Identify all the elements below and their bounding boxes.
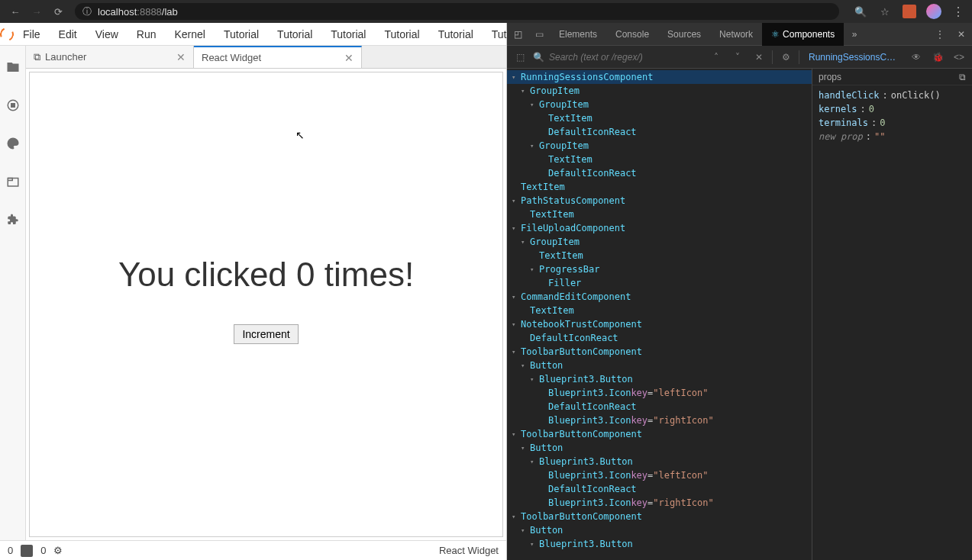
tab-close-icon[interactable]: ✕ (176, 51, 186, 63)
tree-row[interactable]: ▾Button (507, 523, 812, 537)
folder-icon[interactable] (5, 60, 21, 75)
disclosure-arrow-icon[interactable]: ▾ (512, 70, 519, 84)
menu-file-0[interactable]: File (14, 23, 50, 46)
source-icon[interactable]: <> (951, 49, 967, 66)
tree-row[interactable]: ▾Button (507, 359, 812, 372)
disclosure-arrow-icon[interactable]: ▾ (512, 194, 519, 208)
menu-view-2[interactable]: View (86, 23, 128, 46)
devtools-close-icon[interactable]: ✕ (951, 23, 972, 46)
tree-row[interactable]: ▾RunningSessionsComponent (507, 70, 812, 84)
disclosure-arrow-icon[interactable]: ▾ (521, 359, 528, 372)
disclosure-arrow-icon[interactable]: ▾ (512, 290, 519, 304)
tree-row[interactable]: Blueprint3.Icon key="rightIcon" (507, 496, 812, 510)
eye-icon[interactable]: 👁 (908, 49, 925, 66)
tree-row[interactable]: DefaultIconReact (507, 482, 812, 496)
tree-row[interactable]: ▾NotebookTrustComponent (507, 317, 812, 331)
jupyter-logo[interactable] (0, 23, 14, 46)
tree-row[interactable]: ▾PathStatusComponent (507, 194, 812, 208)
disclosure-arrow-icon[interactable]: ▾ (530, 98, 538, 111)
tree-row[interactable]: ▾GroupItem (507, 84, 812, 98)
disclosure-arrow-icon[interactable]: ▾ (521, 84, 528, 98)
menu-edit-1[interactable]: Edit (50, 23, 86, 46)
tree-row[interactable]: Filler (507, 276, 812, 290)
devtools-tab-console[interactable]: Console (606, 23, 658, 46)
tree-row[interactable]: ▾GroupItem (507, 235, 812, 249)
devtools-tab-sources[interactable]: Sources (658, 23, 710, 46)
menu-run-3[interactable]: Run (128, 23, 166, 46)
search-down-icon[interactable]: ˅ (729, 49, 746, 66)
menu-tutorial-9[interactable]: Tutorial (429, 23, 483, 46)
tree-row[interactable]: ▾FileUploadComponent (507, 221, 812, 235)
tree-row[interactable]: ▾Blueprint3.Button (507, 372, 812, 386)
profile-avatar[interactable] (925, 2, 943, 21)
search-close-icon[interactable]: ✕ (751, 49, 767, 66)
kernel-status-icon[interactable]: ⚙ (53, 545, 63, 556)
copy-icon[interactable]: ⧉ (959, 72, 966, 82)
menu-tutorial-5[interactable]: Tutorial (215, 23, 268, 46)
prop-row[interactable]: kernels: 0 (819, 102, 966, 116)
tree-row[interactable]: TextItem (507, 153, 812, 166)
disclosure-arrow-icon[interactable]: ▾ (530, 537, 538, 551)
disclosure-arrow-icon[interactable]: ▾ (512, 317, 519, 331)
select-element-icon[interactable]: ⬚ (512, 49, 528, 66)
settings-gear-icon[interactable]: ⚙ (777, 49, 794, 66)
reload-button[interactable]: ⟳ (47, 1, 69, 22)
tree-row[interactable]: ▾Button (507, 441, 812, 455)
disclosure-arrow-icon[interactable]: ▾ (521, 523, 528, 537)
prop-row[interactable]: terminals: 0 (819, 116, 966, 130)
tree-row[interactable]: ▾ToolbarButtonComponent (507, 345, 812, 359)
extension-badge[interactable] (900, 2, 919, 21)
increment-button[interactable]: Increment (234, 324, 298, 344)
disclosure-arrow-icon[interactable]: ▾ (530, 455, 538, 468)
disclosure-arrow-icon[interactable]: ▾ (521, 441, 528, 455)
bookmark-star-icon[interactable]: ☆ (876, 2, 894, 21)
devtools-tab-network[interactable]: Network (710, 23, 762, 46)
browser-menu-button[interactable]: ⋮ (949, 2, 967, 21)
tree-row[interactable]: Blueprint3.Icon key="leftIcon" (507, 386, 812, 400)
tree-row[interactable]: TextItem (507, 249, 812, 262)
search-up-icon[interactable]: ˄ (708, 49, 725, 66)
tree-row[interactable]: DefaultIconReact (507, 125, 812, 139)
address-bar[interactable]: ⓘ localhost:8888/lab (75, 3, 839, 20)
bug-icon[interactable]: 🐞 (929, 49, 946, 66)
tree-row[interactable]: ▾Blueprint3.Button (507, 455, 812, 468)
tabs-icon[interactable] (5, 174, 21, 189)
site-info-icon[interactable]: ⓘ (82, 5, 92, 18)
tree-row[interactable]: TextItem (507, 208, 812, 221)
prop-row[interactable]: new prop: "" (819, 130, 966, 143)
tree-row[interactable]: Blueprint3.Icon key="rightIcon" (507, 414, 812, 427)
doc-tab-1[interactable]: React Widget✕ (194, 46, 362, 68)
tree-row[interactable]: TextItem (507, 180, 812, 194)
forward-button[interactable]: → (26, 1, 47, 22)
tab-close-icon[interactable]: ✕ (344, 52, 354, 64)
tree-row[interactable]: ▾ToolbarButtonComponent (507, 510, 812, 523)
tree-row[interactable]: Blueprint3.Icon key="leftIcon" (507, 468, 812, 482)
tree-row[interactable]: ▾ProgressBar (507, 262, 812, 276)
component-search[interactable]: 🔍 (533, 52, 703, 63)
tree-row[interactable]: DefaultIconReact (507, 166, 812, 180)
tree-row[interactable]: ▾CommandEditComponent (507, 290, 812, 304)
disclosure-arrow-icon[interactable]: ▾ (530, 262, 538, 276)
tree-row[interactable]: ▾Blueprint3.Button (507, 537, 812, 551)
more-tabs-icon[interactable]: » (844, 23, 865, 46)
doc-tab-0[interactable]: ⧉Launcher✕ (26, 46, 194, 68)
disclosure-arrow-icon[interactable]: ▾ (512, 345, 519, 359)
tree-row[interactable]: ▾ToolbarButtonComponent (507, 427, 812, 441)
component-tree[interactable]: ▾RunningSessionsComponent▾GroupItem▾Grou… (507, 69, 812, 560)
prop-row[interactable]: handleClick: onClick() (819, 89, 966, 102)
back-button[interactable]: ← (5, 1, 26, 22)
disclosure-arrow-icon[interactable]: ▾ (512, 427, 519, 441)
disclosure-arrow-icon[interactable]: ▾ (512, 510, 519, 523)
tree-row[interactable]: TextItem (507, 111, 812, 125)
menu-tutorial-7[interactable]: Tutorial (321, 23, 375, 46)
search-input[interactable] (549, 52, 703, 63)
menu-kernel-4[interactable]: Kernel (165, 23, 214, 46)
tree-row[interactable]: DefaultIconReact (507, 331, 812, 345)
disclosure-arrow-icon[interactable]: ▾ (521, 235, 528, 249)
zoom-icon[interactable]: 🔍 (851, 2, 870, 21)
disclosure-arrow-icon[interactable]: ▾ (530, 372, 538, 386)
menu-tutorial-8[interactable]: Tutorial (375, 23, 428, 46)
devtools-tab-components[interactable]: ⚛Components (762, 23, 844, 46)
tree-row[interactable]: DefaultIconReact (507, 400, 812, 414)
disclosure-arrow-icon[interactable]: ▾ (512, 221, 519, 235)
